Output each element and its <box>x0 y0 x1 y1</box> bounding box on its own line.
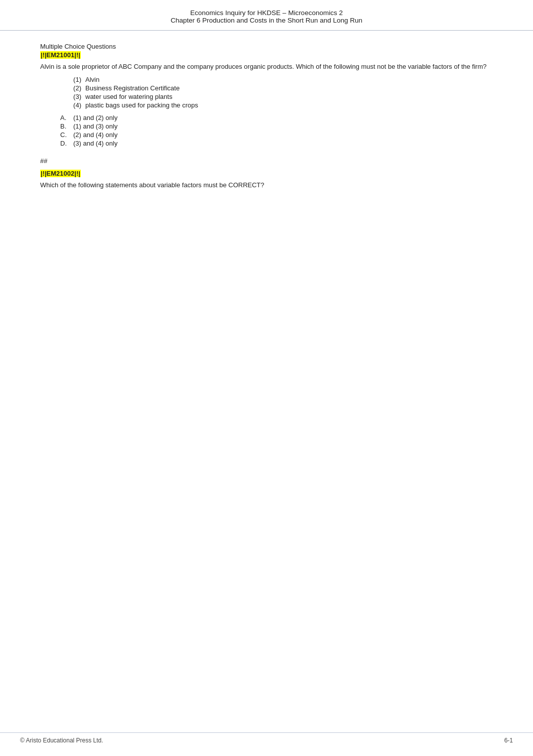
list-item: (3) water used for watering plants <box>70 93 493 100</box>
question1-answers-list: A. (1) and (2) only B. (1) and (3) only … <box>60 114 493 147</box>
answer-letter: A. <box>60 114 69 121</box>
list-item: (1) Alvin <box>70 76 493 83</box>
option-num: (3) <box>70 93 81 100</box>
question1-text: Alvin is a sole proprietor of ABC Compan… <box>40 62 493 72</box>
header-line2: Chapter 6 Production and Costs in the Sh… <box>20 17 513 24</box>
answer-letter: D. <box>60 140 69 147</box>
section-title: Multiple Choice Questions <box>40 43 493 50</box>
answer-text: (1) and (3) only <box>73 122 117 130</box>
option-num: (2) <box>70 84 81 92</box>
list-item: C. (2) and (4) only <box>60 131 493 139</box>
option-text: water used for watering plants <box>85 93 172 100</box>
list-item: (2) Business Registration Certificate <box>70 84 493 92</box>
option-num: (4) <box>70 101 81 109</box>
list-item: A. (1) and (2) only <box>60 114 493 121</box>
answer-text: (2) and (4) only <box>73 131 117 139</box>
header-line1: Economics Inquiry for HKDSE – Microecono… <box>20 9 513 17</box>
answer-text: (3) and (4) only <box>73 140 117 147</box>
page-footer: © Aristo Educational Press Ltd. 6-1 <box>0 732 533 744</box>
question2-id: |!|EM21002|!| <box>40 170 81 177</box>
list-item: (4) plastic bags used for packing the cr… <box>70 101 493 109</box>
question2-text: Which of the following statements about … <box>40 180 493 190</box>
question1-options-list: (1) Alvin (2) Business Registration Cert… <box>70 76 493 109</box>
footer-copyright: © Aristo Educational Press Ltd. <box>20 737 103 744</box>
option-text: Alvin <box>85 76 99 83</box>
footer-page-number: 6-1 <box>504 737 513 744</box>
section-separator: ## <box>40 157 493 165</box>
option-text: Business Registration Certificate <box>85 84 180 92</box>
option-text: plastic bags used for packing the crops <box>85 101 198 109</box>
answer-text: (1) and (2) only <box>73 114 117 121</box>
page-header: Economics Inquiry for HKDSE – Microecono… <box>0 0 533 31</box>
page: Economics Inquiry for HKDSE – Microecono… <box>0 0 533 756</box>
answer-letter: C. <box>60 131 69 139</box>
list-item: D. (3) and (4) only <box>60 140 493 147</box>
list-item: B. (1) and (3) only <box>60 122 493 130</box>
option-num: (1) <box>70 76 81 83</box>
answer-letter: B. <box>60 122 69 130</box>
question1-id: |!|EM21001|!| <box>40 51 81 59</box>
main-content: Multiple Choice Questions |!|EM21001|!| … <box>0 31 533 220</box>
